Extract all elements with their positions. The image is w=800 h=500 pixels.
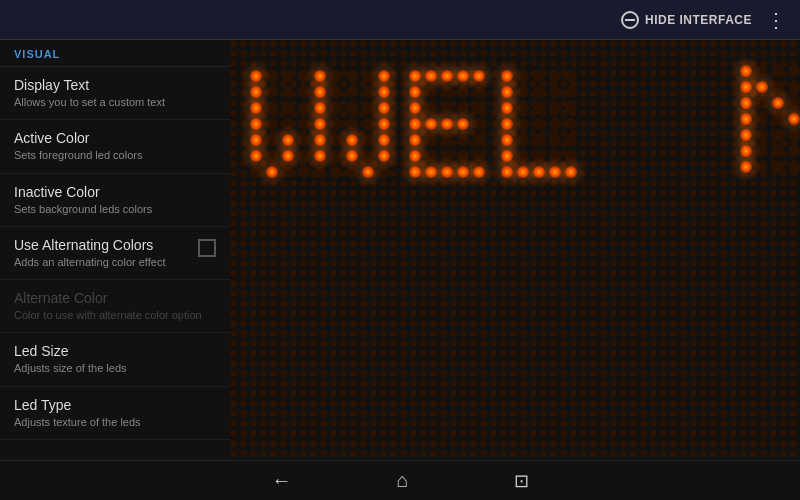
item-title-alternate-color: Alternate Color: [14, 290, 216, 306]
item-desc-inactive-color: Sets background leds colors: [14, 202, 216, 216]
main-content: VISUAL Display TextAllows you to set a c…: [0, 40, 800, 460]
sidebar: VISUAL Display TextAllows you to set a c…: [0, 40, 230, 460]
sidebar-items-container: Display TextAllows you to set a custom t…: [0, 67, 230, 440]
back-button[interactable]: [272, 469, 292, 492]
more-options-icon[interactable]: ⋮: [762, 8, 790, 32]
item-text-use-alternating-colors: Use Alternating ColorsAdds an alternatin…: [14, 237, 190, 269]
sidebar-item-active-color[interactable]: Active ColorSets foreground led colors: [0, 120, 230, 173]
section-header-visual: VISUAL: [0, 40, 230, 67]
item-text-inactive-color: Inactive ColorSets background leds color…: [14, 184, 216, 216]
item-title-inactive-color: Inactive Color: [14, 184, 216, 200]
sidebar-item-led-type[interactable]: Led TypeAdjusts texture of the leds: [0, 387, 230, 440]
led-display: [230, 40, 800, 460]
led-canvas: [230, 40, 800, 460]
home-button[interactable]: [392, 472, 414, 490]
item-desc-display-text: Allows you to set a custom text: [14, 95, 216, 109]
hide-interface-label: HIDE INTERFACE: [645, 13, 752, 27]
sidebar-item-inactive-color[interactable]: Inactive ColorSets background leds color…: [0, 174, 230, 227]
sidebar-item-led-size[interactable]: Led SizeAdjusts size of the leds: [0, 333, 230, 386]
item-text-active-color: Active ColorSets foreground led colors: [14, 130, 216, 162]
item-text-led-size: Led SizeAdjusts size of the leds: [14, 343, 216, 375]
item-desc-led-size: Adjusts size of the leds: [14, 361, 216, 375]
item-text-display-text: Display TextAllows you to set a custom t…: [14, 77, 216, 109]
item-desc-led-type: Adjusts texture of the leds: [14, 415, 216, 429]
no-entry-icon: [621, 11, 639, 29]
item-desc-use-alternating-colors: Adds an alternating color effect: [14, 255, 190, 269]
item-title-led-size: Led Size: [14, 343, 216, 359]
sidebar-item-use-alternating-colors[interactable]: Use Alternating ColorsAdds an alternatin…: [0, 227, 230, 280]
item-text-led-type: Led TypeAdjusts texture of the leds: [14, 397, 216, 429]
hide-interface-button[interactable]: HIDE INTERFACE: [621, 11, 752, 29]
item-title-display-text: Display Text: [14, 77, 216, 93]
item-title-active-color: Active Color: [14, 130, 216, 146]
navigation-bar: [0, 460, 800, 500]
sidebar-item-alternate-color[interactable]: Alternate ColorColor to use with alterna…: [0, 280, 230, 333]
item-text-alternate-color: Alternate ColorColor to use with alterna…: [14, 290, 216, 322]
recent-apps-button[interactable]: [514, 470, 529, 492]
sidebar-item-display-text[interactable]: Display TextAllows you to set a custom t…: [0, 67, 230, 120]
item-title-led-type: Led Type: [14, 397, 216, 413]
checkbox-use-alternating-colors[interactable]: [198, 239, 216, 257]
item-title-use-alternating-colors: Use Alternating Colors: [14, 237, 190, 253]
item-desc-active-color: Sets foreground led colors: [14, 148, 216, 162]
top-bar: HIDE INTERFACE ⋮: [0, 0, 800, 40]
item-desc-alternate-color: Color to use with alternate color option: [14, 308, 216, 322]
